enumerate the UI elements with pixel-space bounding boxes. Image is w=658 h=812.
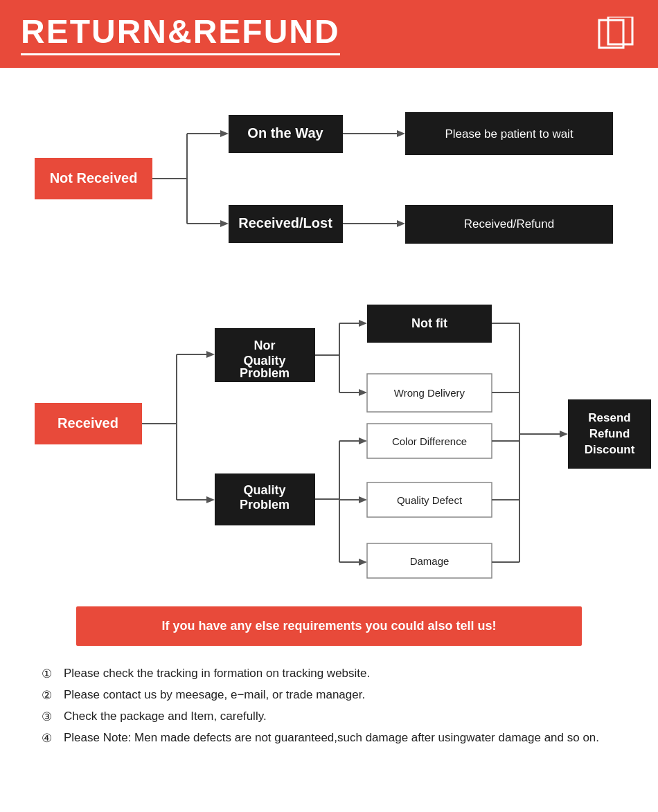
note-number: ② — [42, 688, 58, 703]
svg-marker-27 — [206, 351, 215, 358]
svg-text:Color Difference: Color Difference — [392, 435, 467, 447]
svg-text:Discount: Discount — [585, 443, 635, 456]
svg-text:Please be patient to wait: Please be patient to wait — [445, 127, 573, 141]
page-title: RETURN&REFUND — [21, 12, 340, 55]
note-text: Please check the tracking in formation o… — [64, 667, 370, 680]
svg-text:Quality Defect: Quality Defect — [397, 494, 463, 506]
main-content: Not Received On the Way Please be patien… — [0, 68, 658, 766]
notes-list: ① Please check the tracking in formation… — [21, 667, 637, 746]
svg-text:Wrong Delivery: Wrong Delivery — [394, 387, 465, 399]
svg-text:Received/Refund: Received/Refund — [464, 217, 554, 231]
svg-text:Problem: Problem — [240, 366, 290, 380]
svg-text:Not Received: Not Received — [50, 170, 138, 186]
svg-text:On the Way: On the Way — [247, 125, 323, 141]
note-text: Please Note: Men made defects are not gu… — [64, 731, 599, 745]
svg-text:Quality: Quality — [243, 354, 285, 368]
svg-text:Not fit: Not fit — [411, 316, 447, 330]
page-header: RETURN&REFUND — [0, 0, 658, 68]
svg-text:Damage: Damage — [410, 555, 450, 567]
svg-text:Nor: Nor — [254, 339, 276, 352]
note-item: ④ Please Note: Men made defects are not … — [42, 731, 616, 746]
svg-marker-19 — [397, 220, 405, 227]
svg-text:Problem: Problem — [240, 498, 290, 512]
svg-text:Quality: Quality — [243, 483, 285, 497]
not-received-diagram: Not Received On the Way Please be patien… — [21, 96, 644, 255]
note-text: Check the package and Item, carefully. — [64, 710, 267, 723]
not-received-section: Not Received On the Way Please be patien… — [21, 96, 637, 258]
svg-marker-40 — [359, 320, 367, 327]
note-item: ① Please check the tracking in formation… — [42, 667, 616, 681]
received-section: Received Nor Quality Problem Quality Pro… — [21, 285, 637, 593]
svg-marker-7 — [220, 130, 229, 137]
svg-text:Received/Lost: Received/Lost — [238, 215, 332, 231]
svg-text:Received: Received — [57, 415, 118, 431]
note-number: ④ — [42, 731, 58, 746]
note-item: ③ Check the package and Item, carefully. — [42, 710, 616, 724]
received-diagram: Received Nor Quality Problem Quality Pro… — [21, 285, 658, 590]
svg-marker-54 — [359, 559, 367, 566]
document-icon — [596, 17, 637, 51]
note-item: ② Please contact us by meesage, e−mail, … — [42, 688, 616, 703]
svg-marker-50 — [359, 437, 367, 444]
svg-text:Resend: Resend — [588, 411, 630, 424]
note-number: ③ — [42, 710, 58, 724]
svg-marker-9 — [220, 220, 229, 227]
note-number: ① — [42, 667, 58, 681]
note-box: If you have any else requirements you co… — [76, 606, 582, 646]
svg-marker-13 — [397, 130, 405, 137]
svg-marker-42 — [359, 389, 367, 396]
note-text: Please contact us by meesage, e−mail, or… — [64, 688, 365, 702]
svg-marker-52 — [359, 496, 367, 503]
svg-marker-68 — [560, 431, 568, 437]
svg-text:Refund: Refund — [589, 427, 630, 440]
svg-marker-29 — [206, 496, 215, 503]
